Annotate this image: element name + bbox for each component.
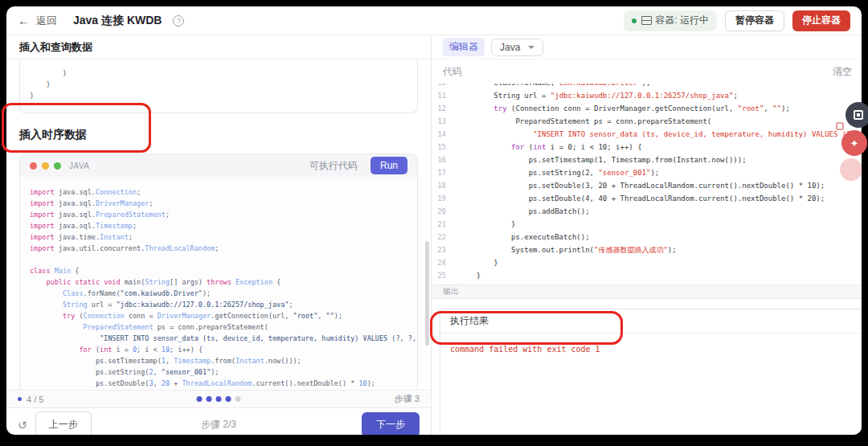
traffic-light-red-icon (30, 162, 37, 170)
chevron-down-icon (528, 46, 534, 49)
code-line: 11 String url = "jdbc:kaiwudb://127.0.0.… (432, 89, 862, 102)
screen: ← 返回 Java 连接 KWDB ? 容器: 运行中 暂停容器 停止容器 插入… (0, 0, 868, 446)
code-block-body: import java.sql.Connection;import java.s… (20, 177, 417, 390)
language-select[interactable]: Java (491, 39, 543, 56)
code-language-label: JAVA (69, 162, 90, 170)
code-line: 14 "INSERT INTO sensor_data (ts, device_… (432, 128, 862, 141)
secondary-float-button[interactable] (840, 158, 862, 181)
code-line: 25 } (432, 269, 862, 282)
traffic-light-yellow-icon (42, 162, 49, 170)
pagination-dot[interactable] (207, 396, 212, 402)
lesson-section-title: 插入和查询数据 (6, 35, 431, 59)
code-line: 18 ps.setDouble(3, 20 + ThreadLocalRando… (432, 179, 862, 192)
pagination-dot[interactable] (216, 396, 222, 402)
line-number: 13 (432, 115, 459, 128)
lesson-scrollbar[interactable] (425, 241, 429, 346)
code-block-header: JAVA 可执行代码 Run (20, 154, 417, 177)
pause-container-button[interactable]: 暂停容器 (725, 10, 784, 31)
result-title: 执行结果 (450, 314, 489, 328)
editor-chip: 编辑器 (443, 38, 485, 56)
lesson-subsection-title: 插入时序数据 (19, 128, 418, 142)
pagination-dots (197, 396, 241, 402)
back-arrow-icon[interactable]: ← (18, 14, 30, 27)
editor-toolbar: 代码 清空 运行 (432, 59, 862, 84)
code-line: 16 ps.setTimestamp(1, Timestamp.from(Ins… (432, 153, 862, 166)
back-button[interactable]: 返回 (36, 14, 57, 28)
traffic-light-green-icon (54, 162, 61, 170)
line-number: 25 (432, 269, 459, 282)
help-icon[interactable]: ? (173, 15, 184, 27)
code-line: 24 } (432, 256, 862, 269)
code-line: 20 ps.addBatch(); (432, 205, 862, 218)
code-line: ps.setString(2, "sensor_001"); (30, 366, 407, 378)
code-line: 22 ps.executeBatch(); (432, 231, 862, 243)
line-number: 15 (432, 141, 459, 153)
editor-header: 编辑器 Java 已连接 (432, 35, 862, 59)
code-line: import java.util.concurrent.ThreadLocalR… (30, 243, 407, 254)
line-number: 10 (432, 84, 459, 89)
main-area: 插入和查询数据 } }} 插入时序数据 JAVA 可执行代码 Run (6, 35, 862, 435)
editor-code: 10 Class.forName("com.kaiwudb.Driver");1… (432, 84, 862, 282)
code-line: public static void main(String[] args) t… (30, 276, 407, 288)
result-header: 执行结果 stderr (440, 309, 862, 333)
clear-button[interactable]: 清空 (833, 65, 852, 79)
line-number: 18 (432, 179, 459, 192)
code-line: 21 } (432, 218, 862, 231)
lesson-content[interactable]: } }} 插入时序数据 JAVA 可执行代码 Run import java.s… (6, 59, 431, 390)
pagination-bar: 4 / 5 步骤 3 (6, 390, 431, 407)
page-count-label: 4 / 5 (27, 395, 43, 404)
output-section-label: 输出 (432, 284, 862, 299)
container-status-badge: 容器: 运行中 (624, 10, 717, 31)
code-block-tail: } }} (19, 59, 418, 113)
line-number: 19 (432, 192, 459, 205)
next-step-button[interactable]: 下一步 (362, 412, 420, 435)
mini-widget-icon (836, 122, 844, 130)
code-line: Class.forName("com.kaiwudb.Driver"); (30, 288, 407, 299)
error-output: command failed with exit code 1 (440, 333, 862, 365)
app-window: ← 返回 Java 连接 KWDB ? 容器: 运行中 暂停容器 停止容器 插入… (6, 6, 862, 435)
executable-badge: 可执行代码 (309, 159, 358, 173)
pagination-dot[interactable] (226, 396, 231, 402)
code-line: 23 System.out.println("传感器数据插入成功"); (432, 243, 862, 256)
code-line: for (int i = 0; i < 10; i++) { (30, 344, 407, 355)
line-number: 12 (432, 102, 459, 115)
qr-float-button[interactable] (845, 102, 868, 128)
line-number: 17 (432, 166, 459, 179)
code-line: "INSERT INTO sensor_data (ts, device_id,… (30, 333, 407, 344)
code-line (30, 254, 407, 265)
step-label: 步骤 3 (395, 393, 420, 405)
code-line: ps.setDouble(4, 40 + ThreadLocalRandom.c… (30, 389, 407, 390)
pagination-dot[interactable] (235, 396, 241, 402)
code-line: import java.sql.DriverManager; (30, 198, 407, 209)
code-line: ps.setDouble(3, 20 + ThreadLocalRandom.c… (30, 378, 407, 389)
code-editor[interactable]: 10 Class.forName("com.kaiwudb.Driver");1… (432, 84, 862, 284)
top-bar: ← 返回 Java 连接 KWDB ? 容器: 运行中 暂停容器 停止容器 (6, 6, 862, 35)
code-line: 15 for (int i = 0; i < 10; i++) { (432, 141, 862, 153)
page-dot-icon (18, 397, 22, 401)
support-float-button[interactable]: ✦ (841, 130, 867, 156)
code-line: import java.sql.PreparedStatement; (30, 209, 407, 220)
runnable-code-block: JAVA 可执行代码 Run import java.sql.Connectio… (19, 153, 418, 390)
editor-panel: 编辑器 Java 已连接 代码 清空 运行 10 Class.forName("… (432, 35, 862, 435)
code-line: class Main { (30, 265, 407, 276)
line-number: 20 (432, 205, 459, 218)
code-line: 13 PreparedStatement ps = conn.prepareSt… (432, 115, 862, 128)
step-nav-bar: ↺ 上一步 步骤 2/3 下一步 (6, 407, 431, 435)
result-area: 执行结果 stderr command failed with exit cod… (432, 299, 862, 435)
code-line: import java.time.Instant; (30, 231, 407, 243)
code-line: ps.setTimestamp(1, Timestamp.from(Instan… (30, 355, 407, 366)
code-line: try (Connection conn = DriverManager.get… (30, 310, 407, 321)
top-bar-right: 容器: 运行中 暂停容器 停止容器 (624, 10, 850, 31)
code-label: 代码 (443, 65, 462, 79)
code-line: PreparedStatement ps = conn.prepareState… (30, 321, 407, 333)
status-dot-icon (632, 18, 637, 23)
prev-step-button[interactable]: 上一步 (35, 411, 92, 435)
sparkle-icon: ✦ (850, 137, 859, 149)
stop-container-button[interactable]: 停止容器 (792, 10, 850, 31)
qr-icon (854, 110, 863, 120)
reset-icon[interactable]: ↺ (18, 419, 27, 432)
line-number: 11 (432, 89, 459, 102)
run-snippet-button[interactable]: Run (371, 157, 407, 174)
pagination-dot[interactable] (197, 396, 203, 402)
line-number: 22 (432, 231, 459, 243)
